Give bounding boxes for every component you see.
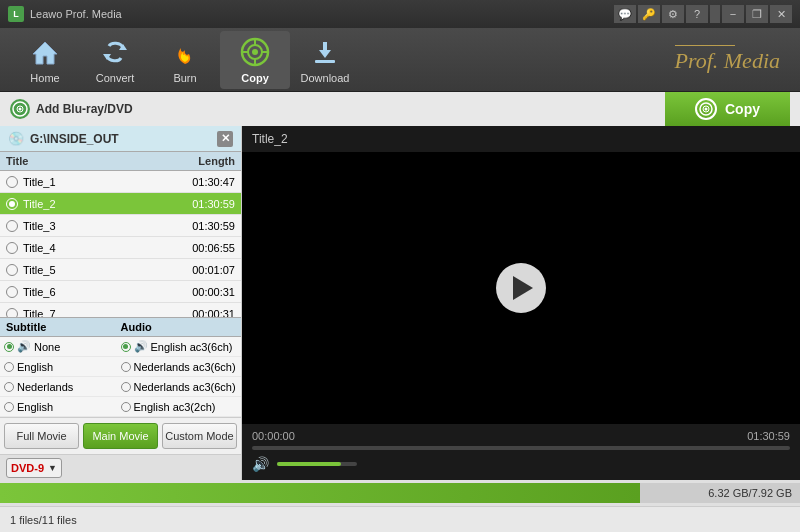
volume-row: 🔊 [252, 456, 790, 472]
subtitle-col: Nederlands [4, 381, 121, 393]
play-triangle-icon [513, 276, 533, 300]
toolbar-convert[interactable]: Convert [80, 31, 150, 89]
mode-btn-main-movie[interactable]: Main Movie [83, 423, 158, 449]
title-name: Title_3 [23, 220, 165, 232]
copy-button-label: Copy [725, 101, 760, 117]
copy-action-button[interactable]: Copy [665, 92, 790, 126]
status-text: 1 files/11 files [10, 514, 77, 526]
time-current: 00:00:00 [252, 430, 295, 442]
title-row[interactable]: Title_2 01:30:59 [0, 193, 241, 215]
app-icon: L [8, 6, 24, 22]
title-name: Title_1 [23, 176, 165, 188]
time-row: 00:00:00 01:30:59 [252, 430, 790, 442]
toolbar-copy[interactable]: Copy [220, 31, 290, 89]
minimize-button[interactable]: − [722, 5, 744, 23]
radio-btn[interactable] [6, 220, 18, 232]
audio-radio[interactable] [121, 342, 131, 352]
radio-btn[interactable] [6, 198, 18, 210]
title-bar-icon-help[interactable]: ? [686, 5, 708, 23]
video-area[interactable] [242, 152, 800, 424]
subtitle-radio[interactable] [4, 342, 14, 352]
toolbar-convert-label: Convert [96, 72, 135, 84]
subtitle-value: English [17, 361, 53, 373]
format-label: DVD-9 [11, 462, 44, 474]
sub-audio-section: Subtitle Audio 🔊 None 🔊 English ac3(6ch)… [0, 317, 241, 417]
toolbar-home[interactable]: Home [10, 31, 80, 89]
right-panel: Title_2 00:00:00 01:30:59 🔊 [242, 126, 800, 480]
title-row[interactable]: Title_4 00:06:55 [0, 237, 241, 259]
audio-value: Nederlands ac3(6ch) [134, 361, 236, 373]
sub-audio-row: English English ac3(2ch) [0, 397, 241, 417]
audio-radio[interactable] [121, 402, 131, 412]
add-bluray-dvd-button[interactable]: Add Blu-ray/DVD [10, 99, 133, 119]
radio-btn[interactable] [6, 286, 18, 298]
status-bar: 1 files/11 files [0, 506, 800, 532]
title-name: Title_6 [23, 286, 165, 298]
subtitle-radio[interactable] [4, 402, 14, 412]
volume-bar[interactable] [277, 462, 357, 466]
radio-btn[interactable] [6, 176, 18, 188]
seek-bar[interactable] [252, 446, 790, 450]
audio-radio[interactable] [121, 362, 131, 372]
title-row[interactable]: Title_6 00:00:31 [0, 281, 241, 303]
left-panel: 💿 G:\INSIDE_OUT ✕ Title Length Title_1 0… [0, 126, 242, 480]
title-row[interactable]: Title_5 00:01:07 [0, 259, 241, 281]
title-length: 00:06:55 [165, 242, 235, 254]
disc-header: 💿 G:\INSIDE_OUT ✕ [0, 126, 241, 152]
mode-btn-custom-mode[interactable]: Custom Mode [162, 423, 237, 449]
title-length: 01:30:59 [165, 220, 235, 232]
title-row[interactable]: Title_7 00:00:31 [0, 303, 241, 317]
title-length: 01:30:59 [165, 198, 235, 210]
sub-audio-header: Subtitle Audio [0, 318, 241, 337]
play-button[interactable] [496, 263, 546, 313]
sub-audio-rows: 🔊 None 🔊 English ac3(6ch) English Nederl… [0, 337, 241, 417]
format-bar: DVD-9 ▼ [0, 454, 241, 480]
close-button[interactable]: ✕ [770, 5, 792, 23]
subtitle-radio[interactable] [4, 362, 14, 372]
toolbar-copy-label: Copy [241, 72, 269, 84]
titles-table: Title Length Title_1 01:30:47 Title_2 01… [0, 152, 241, 317]
subtitle-value: Nederlands [17, 381, 73, 393]
restore-button[interactable]: ❐ [746, 5, 768, 23]
svg-point-14 [19, 108, 22, 111]
audio-col-header: Audio [121, 321, 236, 333]
volume-icon[interactable]: 🔊 [252, 456, 269, 472]
home-icon [29, 36, 61, 68]
burn-icon [169, 36, 201, 68]
progress-fill [0, 483, 640, 503]
subtitle-value: None [34, 341, 60, 353]
add-icon [10, 99, 30, 119]
window-controls: 💬 🔑 ⚙ ? − ❐ ✕ [614, 5, 792, 23]
radio-btn[interactable] [6, 242, 18, 254]
progress-text: 6.32 GB/7.92 GB [708, 487, 792, 499]
progress-bar-area: 6.32 GB/7.92 GB [0, 480, 800, 506]
format-select[interactable]: DVD-9 ▼ [6, 458, 62, 478]
toolbar-burn[interactable]: Burn [150, 31, 220, 89]
close-disc-button[interactable]: ✕ [217, 131, 233, 147]
title-row[interactable]: Title_3 01:30:59 [0, 215, 241, 237]
toolbar-burn-label: Burn [173, 72, 196, 84]
title-length: 01:30:47 [165, 176, 235, 188]
mode-btn-full-movie[interactable]: Full Movie [4, 423, 79, 449]
subtitle-radio[interactable] [4, 382, 14, 392]
svg-rect-10 [315, 60, 335, 63]
title-bar-icon-key[interactable]: 🔑 [638, 5, 660, 23]
video-title: Title_2 [242, 126, 800, 152]
subtitle-col-header: Subtitle [6, 321, 121, 333]
audio-col: 🔊 English ac3(6ch) [121, 340, 238, 353]
title-bar-icon-settings[interactable]: ⚙ [662, 5, 684, 23]
app-title: Leawo Prof. Media [30, 8, 614, 20]
audio-radio[interactable] [121, 382, 131, 392]
radio-btn[interactable] [6, 264, 18, 276]
audio-col: Nederlands ac3(6ch) [121, 381, 238, 393]
subtitle-speaker-icon: 🔊 [17, 340, 31, 353]
sub-audio-row: 🔊 None 🔊 English ac3(6ch) [0, 337, 241, 357]
title-row[interactable]: Title_1 01:30:47 [0, 171, 241, 193]
svg-marker-11 [319, 42, 331, 58]
title-bar-icon-chat[interactable]: 💬 [614, 5, 636, 23]
toolbar-download-label: Download [301, 72, 350, 84]
toolbar-download[interactable]: Download [290, 31, 360, 89]
radio-btn[interactable] [6, 308, 18, 318]
title-length: 00:01:07 [165, 264, 235, 276]
audio-col: English ac3(2ch) [121, 401, 238, 413]
